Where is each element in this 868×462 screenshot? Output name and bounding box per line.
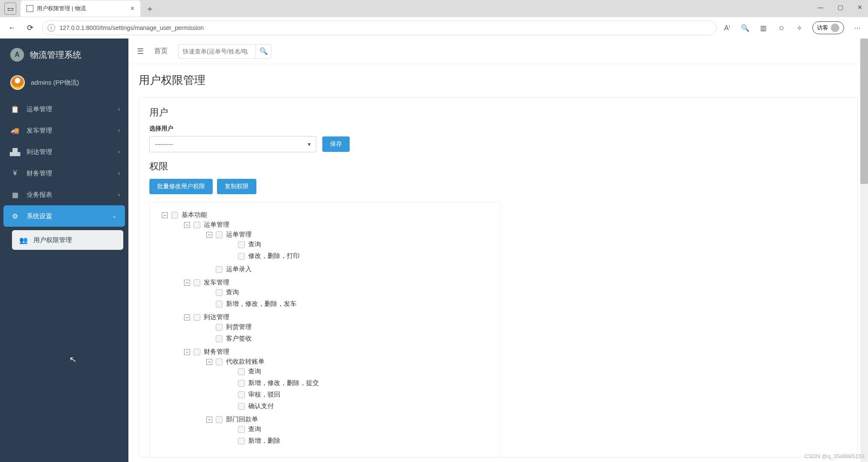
profile-button[interactable]: 访客 [812,21,844,34]
sidebar-menu: 📋 运单管理 ‹ 🚚 发车管理 ‹ ▟▙ 到达管理 ‹ ¥ 财务管理 ‹ ▦ [0,98,128,250]
tree-toggle[interactable]: − [206,417,212,423]
vertical-scrollbar[interactable] [860,38,868,462]
tree-checkbox[interactable] [216,266,223,273]
table-icon: ▦ [10,190,20,199]
more-menu-icon[interactable]: ⋯ [853,23,862,33]
refresh-button[interactable]: ⟳ [24,22,36,34]
sidebar-item-arrival[interactable]: ▟▙ 到达管理 ‹ [0,141,128,163]
tree-checkbox[interactable] [238,241,245,248]
tree-label: 到货管理 [226,323,252,331]
save-button[interactable]: 保存 [322,136,350,152]
page-icon [27,5,33,12]
tab-title: 用户权限管理 | 物流 [37,5,127,12]
main-content: ☰ 首页 🔍 用户权限管理 用户 选择用户 --------- ▾ 保存 权限 [128,38,868,462]
chevron-left-icon: ‹ [118,106,120,112]
window-close-icon[interactable]: ✕ [856,3,864,11]
tree-label: 基本功能 [181,211,207,219]
batch-modify-button[interactable]: 批量修改用户权限 [149,179,213,194]
chevron-left-icon: ‹ [118,170,120,176]
user-row[interactable]: admins (PP物流) [0,69,128,96]
site-info-icon[interactable]: i [48,24,55,32]
tree-label: 运单录入 [226,265,252,273]
split-screen-icon[interactable]: ▥ [758,23,768,33]
favorites-icon[interactable]: ✩ [776,23,786,33]
tree-toggle[interactable]: − [184,349,190,355]
yen-icon: ¥ [10,169,20,178]
tree-label: 客户签收 [226,335,252,343]
tree-checkbox[interactable] [238,368,245,375]
tree-toggle[interactable]: − [184,280,190,286]
collections-icon[interactable]: ✧ [794,23,804,33]
tree-toggle[interactable]: − [184,222,190,228]
tree-label: 查询 [248,240,261,249]
tree-checkbox[interactable] [216,324,223,331]
guest-label: 访客 [817,24,828,32]
tree-checkbox[interactable] [238,426,245,433]
tree-checkbox[interactable] [238,438,245,444]
tree-checkbox[interactable] [216,231,223,238]
tab-overview-button[interactable]: ▭ [4,3,16,15]
search-button[interactable]: 🔍 [256,44,271,58]
sidebar-item-dispatch[interactable]: 🚚 发车管理 ‹ [0,120,128,141]
sidebar-submenu: 👥 用户权限管理 [0,227,128,250]
home-link[interactable]: 首页 [154,47,168,56]
select-value: --------- [155,141,173,148]
truck-icon: 🚚 [10,126,20,135]
tree-checkbox[interactable] [216,358,223,365]
tree-checkbox[interactable] [216,289,223,296]
window-maximize-icon[interactable]: ▢ [836,3,844,11]
zoom-icon[interactable]: 🔍 [740,23,750,33]
tree-checkbox[interactable] [216,335,223,342]
tab-close-icon[interactable]: × [131,5,134,12]
user-display: admins (PP物流) [31,79,79,87]
sidebar-item-label: 业务报表 [27,191,52,199]
tree-toggle[interactable]: − [184,314,190,320]
tree-toggle[interactable]: − [162,212,168,218]
tree-toggle[interactable]: − [206,232,212,238]
tree-checkbox[interactable] [216,301,223,308]
sidebar-item-label: 系统设置 [27,212,52,220]
new-tab-button[interactable]: ＋ [146,3,154,15]
tree-checkbox[interactable] [238,403,245,410]
tree-checkbox[interactable] [238,391,245,398]
sidebar-item-settings[interactable]: ⚙ 系统设置 ⌄ [3,205,125,227]
tree-label: 查询 [226,288,239,296]
tree-label: 查询 [248,425,261,433]
pallet-icon: ▟▙ [10,147,20,157]
caret-down-icon: ▾ [308,141,311,148]
tree-checkbox[interactable] [193,279,200,286]
scrollbar-thumb[interactable] [860,38,868,184]
sidebar-toggle-icon[interactable]: ☰ [137,47,144,56]
sidebar: A 物流管理系统 admins (PP物流) 📋 运单管理 ‹ 🚚 发车管理 ‹… [0,38,128,462]
tree-checkbox[interactable] [238,253,245,260]
user-select[interactable]: --------- ▾ [149,136,316,152]
brand-logo-icon: A [10,48,24,62]
chevron-left-icon: ‹ [118,192,120,198]
tree-label: 运单管理 [204,221,229,229]
window-minimize-icon[interactable]: — [817,3,824,11]
users-icon: 👥 [19,235,28,245]
tree-checkbox[interactable] [238,380,245,387]
sidebar-item-user-permission[interactable]: 👥 用户权限管理 [12,230,123,250]
copy-permission-button[interactable]: 复制权限 [217,179,256,194]
sidebar-item-waybill[interactable]: 📋 运单管理 ‹ [0,98,128,120]
tree-label: 代收款转账单 [226,358,265,366]
browser-tab[interactable]: 用户权限管理 | 物流 × [21,0,140,17]
sidebar-item-finance[interactable]: ¥ 财务管理 ‹ [0,163,128,184]
sidebar-item-report[interactable]: ▦ 业务报表 ‹ [0,184,128,205]
browser-chrome: ▭ 用户权限管理 | 物流 × ＋ — ▢ ✕ ← ⟳ i 127.0.0.1:… [0,0,868,38]
read-aloud-icon[interactable]: A⁾ [722,23,732,33]
page-title: 用户权限管理 [139,73,858,88]
search-input[interactable] [178,48,256,55]
tree-checkbox[interactable] [171,212,178,219]
topbar: ☰ 首页 🔍 [128,38,868,64]
tree-toggle[interactable]: − [206,359,212,365]
back-button[interactable]: ← [6,22,18,34]
tree-checkbox[interactable] [193,314,200,321]
tree-checkbox[interactable] [193,349,200,355]
tree-checkbox[interactable] [216,416,223,423]
tree-checkbox[interactable] [193,222,200,228]
sidebar-item-label: 运单管理 [27,105,52,113]
chevron-left-icon: ‹ [118,127,120,133]
url-box[interactable]: i 127.0.0.1:8000/tms/settings/manage_use… [42,21,716,35]
